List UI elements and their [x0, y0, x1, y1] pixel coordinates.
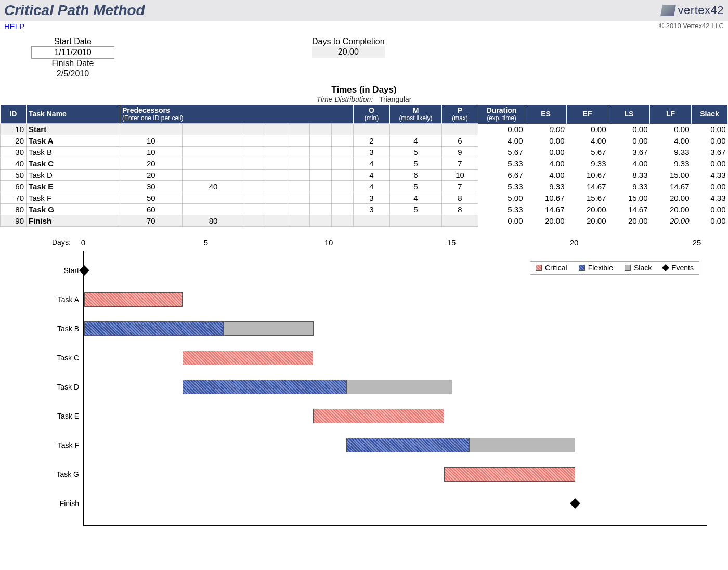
gantt-bar	[183, 351, 314, 365]
times-header: Times (in Days)	[0, 85, 728, 95]
table-row[interactable]: 80Task G603585.3314.6720.0014.6720.000.0…	[1, 204, 728, 215]
gantt-row-label: Task B	[27, 325, 79, 333]
logo-icon	[660, 5, 676, 16]
table-row[interactable]: 20Task A102464.000.004.000.004.000.00	[1, 135, 728, 147]
page-title: Critical Path Method	[4, 2, 145, 19]
col-slack: Slack	[692, 105, 728, 124]
axis-label: Days:	[52, 238, 71, 247]
gantt-row-label: Task D	[27, 383, 79, 391]
table-row[interactable]: 30Task B103595.670.005.673.679.333.67	[1, 147, 728, 158]
days-value: 20.00	[312, 46, 385, 58]
legend-event-icon	[662, 264, 669, 271]
col-ls: LS	[608, 105, 650, 124]
event-marker	[570, 498, 580, 509]
gantt-row: Task G	[84, 460, 707, 489]
col-es: ES	[525, 105, 567, 124]
axis-tick: 5	[204, 238, 208, 247]
col-pred: Predecessors(Enter one ID per cell)	[120, 105, 354, 124]
gantt-row: Finish	[84, 489, 707, 518]
brand-text: vertex42	[678, 4, 724, 17]
gantt-row-label: Finish	[27, 499, 79, 508]
axis-tick: 20	[570, 238, 579, 247]
gantt-row-label: Start	[27, 266, 79, 275]
gantt-slack	[469, 438, 575, 452]
title-bar: Critical Path Method vertex42	[0, 0, 728, 21]
gantt-row: Task E	[84, 401, 707, 431]
gantt-row: Task C	[84, 343, 707, 372]
col-p: P(max)	[442, 105, 478, 124]
cpm-table: ID Task Name Predecessors(Enter one ID p…	[0, 105, 728, 227]
gantt-slack	[224, 321, 314, 336]
gantt-bar	[444, 467, 575, 482]
table-row[interactable]: 60Task E30404575.339.3314.679.3314.670.0…	[1, 181, 728, 192]
table-row[interactable]: 40Task C204575.334.009.334.009.330.00	[1, 158, 728, 170]
table-row[interactable]: 70Task F503485.0010.6715.6715.0020.004.3…	[1, 192, 728, 204]
axis-tick: 25	[693, 238, 701, 247]
finish-date-value: 2/5/2010	[31, 68, 114, 80]
brand-logo: vertex42	[661, 4, 724, 17]
gantt-row: Task D	[84, 372, 707, 401]
gantt-row-label: Task G	[27, 470, 79, 478]
table-row[interactable]: 10Start0.000.000.000.000.000.00	[1, 124, 728, 135]
gantt-bar	[346, 438, 469, 452]
table-row[interactable]: 50Task D2046106.674.0010.678.3315.004.33	[1, 170, 728, 181]
gantt-bar	[84, 321, 224, 336]
gantt-row-label: Task A	[27, 295, 79, 304]
gantt-row: Task A	[84, 285, 707, 314]
gantt-row: Task F	[84, 431, 707, 460]
axis-tick: 15	[447, 238, 456, 247]
axis-tick: 10	[324, 238, 333, 247]
legend-critical-icon	[536, 265, 542, 271]
gantt-row-label: Task F	[27, 441, 79, 449]
finish-date-label: Finish Date	[31, 59, 114, 68]
legend-flexible-icon	[579, 265, 585, 271]
help-link[interactable]: HELP	[4, 22, 24, 31]
start-date-value[interactable]: 1/11/2010	[31, 46, 114, 59]
gantt-bar	[313, 409, 444, 423]
col-task: Task Name	[27, 105, 120, 124]
legend-slack-icon	[625, 265, 631, 271]
col-ef: EF	[567, 105, 608, 124]
col-id: ID	[1, 105, 27, 124]
table-row[interactable]: 90Finish70800.0020.0020.0020.0020.000.00	[1, 215, 728, 227]
chart-legend: Critical Flexible Slack Events	[530, 261, 699, 275]
gantt-bar	[84, 292, 183, 307]
gantt-row-label: Task E	[27, 412, 79, 420]
copyright: © 2010 Vertex42 LLC	[659, 22, 724, 31]
event-marker	[79, 265, 89, 276]
col-lf: LF	[650, 105, 692, 124]
days-label: Days to Completion	[312, 37, 385, 46]
col-dur: Duration(exp. time)	[478, 105, 525, 124]
axis-tick: 0	[81, 238, 85, 247]
gantt-bar	[183, 380, 346, 394]
start-date-label: Start Date	[31, 37, 114, 46]
gantt-chart: Days: 0510152025 Critical Flexible Slack…	[21, 238, 707, 526]
gantt-row: Task B	[84, 314, 707, 343]
meta-block: Start Date 1/11/2010 Finish Date 2/5/201…	[0, 34, 728, 81]
gantt-slack	[346, 380, 452, 394]
gantt-row-label: Task C	[27, 354, 79, 362]
time-dist: Time Distribution: Triangular	[0, 95, 728, 103]
col-o: O(min)	[354, 105, 390, 124]
col-m: M(most likely)	[390, 105, 442, 124]
